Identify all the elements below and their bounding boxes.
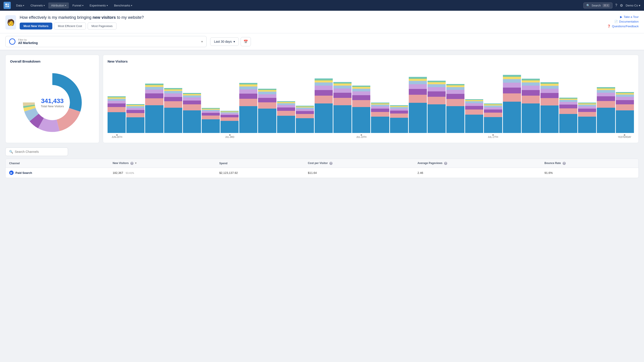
bar-group[interactable] bbox=[616, 92, 634, 133]
x-tick-cell bbox=[126, 134, 145, 138]
bar-group[interactable] bbox=[145, 84, 163, 133]
bar-group[interactable] bbox=[314, 78, 333, 133]
settings-icon[interactable]: ⚙ bbox=[620, 3, 623, 7]
tab-most-new-visitors[interactable]: Most New Visitors bbox=[20, 22, 52, 29]
nav-experiments[interactable]: Experiments ▾ bbox=[87, 2, 110, 8]
bar-stacked[interactable] bbox=[597, 87, 615, 133]
calendar-button[interactable]: 📅 bbox=[240, 37, 251, 46]
bar-group[interactable] bbox=[578, 103, 596, 133]
bar-stacked[interactable] bbox=[258, 89, 276, 133]
svg-point-12 bbox=[35, 85, 70, 120]
bar-stacked[interactable] bbox=[220, 111, 238, 133]
bar-stacked[interactable] bbox=[578, 103, 596, 133]
bar-stacked[interactable] bbox=[145, 84, 163, 133]
documentation-link[interactable]: 📄 Documentation bbox=[614, 20, 639, 23]
bounce-help-icon[interactable]: ? bbox=[562, 162, 566, 165]
bar-group[interactable] bbox=[540, 82, 558, 133]
tab-most-efficient-cost[interactable]: Most Efficient Cost bbox=[54, 22, 86, 29]
navbar: Data ▾ Channels ▾ Attribution ▾ Funnel ▾… bbox=[0, 0, 644, 11]
bar-stacked[interactable] bbox=[616, 92, 634, 133]
x-tick-cell bbox=[502, 134, 521, 138]
bar-group[interactable] bbox=[559, 97, 577, 133]
nav-channels[interactable]: Channels ▾ bbox=[28, 2, 48, 8]
logo-icon[interactable] bbox=[4, 2, 11, 9]
cost-help-icon[interactable]: ? bbox=[330, 162, 332, 165]
nav-funnel[interactable]: Funnel ▾ bbox=[70, 2, 86, 8]
bar-group[interactable] bbox=[220, 111, 238, 133]
search-bar[interactable]: 🔍 Search ⌘ K bbox=[584, 2, 613, 8]
header-content: How effectively is my marketing bringing… bbox=[20, 15, 144, 29]
bar-stacked[interactable] bbox=[314, 78, 333, 133]
search-channels-input[interactable] bbox=[15, 150, 64, 153]
bar-segment bbox=[352, 107, 370, 133]
bar-stacked[interactable] bbox=[465, 99, 483, 133]
bar-stacked[interactable] bbox=[522, 79, 540, 133]
bar-stacked[interactable] bbox=[371, 103, 389, 133]
bar-stacked[interactable] bbox=[503, 75, 521, 133]
bar-stacked[interactable] bbox=[428, 81, 446, 133]
bar-group[interactable] bbox=[334, 82, 352, 133]
bar-segment bbox=[239, 94, 258, 99]
help-icon[interactable]: ? bbox=[615, 3, 617, 7]
bar-group[interactable] bbox=[390, 105, 408, 133]
bar-group[interactable] bbox=[446, 84, 464, 133]
bar-stacked[interactable] bbox=[446, 84, 464, 133]
bar-stacked[interactable] bbox=[390, 105, 408, 133]
bar-group[interactable] bbox=[371, 103, 389, 133]
bar-group[interactable] bbox=[258, 89, 276, 133]
new-visitors-sort-icon[interactable]: ▾ bbox=[135, 162, 136, 165]
bar-stacked[interactable] bbox=[352, 86, 370, 133]
bar-segment bbox=[465, 103, 483, 106]
bar-group[interactable] bbox=[484, 103, 502, 133]
bar-stacked[interactable] bbox=[277, 101, 295, 133]
bar-segment bbox=[428, 97, 446, 104]
bar-group[interactable] bbox=[503, 75, 521, 133]
bar-stacked[interactable] bbox=[334, 82, 352, 133]
bar-stacked[interactable] bbox=[296, 106, 314, 133]
svg-rect-3 bbox=[8, 5, 9, 7]
bar-segment bbox=[446, 106, 464, 133]
questions-link[interactable]: ❓ Questions/Feedback bbox=[607, 24, 639, 28]
bar-stacked[interactable] bbox=[183, 93, 201, 133]
bar-group[interactable] bbox=[126, 104, 144, 133]
bar-group[interactable] bbox=[522, 79, 540, 133]
bar-segment bbox=[164, 93, 182, 97]
new-visitors-help-icon[interactable]: ? bbox=[130, 162, 134, 165]
bar-group[interactable] bbox=[352, 86, 370, 133]
bar-group[interactable] bbox=[108, 96, 126, 133]
bar-group[interactable] bbox=[428, 81, 446, 133]
filter-select[interactable]: Filter by All Marketing ▾ bbox=[5, 36, 206, 47]
nav-benchmarks[interactable]: Benchmarks ▾ bbox=[111, 2, 135, 8]
bar-stacked[interactable] bbox=[202, 108, 220, 133]
bar-segment bbox=[277, 105, 295, 107]
bar-group[interactable] bbox=[277, 101, 295, 133]
bar-group[interactable] bbox=[409, 77, 427, 133]
bar-stacked[interactable] bbox=[484, 103, 502, 133]
bar-group[interactable] bbox=[202, 108, 220, 133]
pageviews-help-icon[interactable]: ? bbox=[444, 162, 447, 165]
bar-segment bbox=[183, 95, 201, 97]
tab-most-pageviews[interactable]: Most Pageviews bbox=[88, 22, 116, 29]
bar-stacked[interactable] bbox=[164, 88, 182, 133]
bar-stacked[interactable] bbox=[239, 83, 258, 133]
bar-group[interactable] bbox=[164, 88, 182, 133]
bar-group[interactable] bbox=[183, 93, 201, 133]
search-channels-bar[interactable]: 🔍 bbox=[5, 147, 68, 156]
bar-stacked[interactable] bbox=[108, 96, 126, 133]
bar-stacked[interactable] bbox=[540, 82, 558, 133]
nav-attribution[interactable]: Attribution ▾ bbox=[48, 2, 69, 8]
nav-data[interactable]: Data ▾ bbox=[14, 2, 27, 8]
bar-group[interactable] bbox=[465, 99, 483, 133]
bar-stacked[interactable] bbox=[559, 97, 577, 133]
bar-group[interactable] bbox=[597, 87, 615, 133]
user-menu[interactable]: Demo Co ▾ bbox=[626, 4, 640, 7]
take-tour-link[interactable]: ▶ Take a Tour bbox=[620, 15, 639, 18]
bar-segment bbox=[578, 117, 596, 133]
bar-stacked[interactable] bbox=[126, 104, 144, 133]
bar-group[interactable] bbox=[296, 106, 314, 133]
td-new-visitors: 182,367 53.41% bbox=[109, 168, 216, 178]
bar-group[interactable] bbox=[239, 83, 258, 133]
date-dropdown[interactable]: Last 30 days ▾ bbox=[210, 37, 239, 46]
expand-row-button[interactable]: ▶ bbox=[9, 170, 14, 175]
bar-stacked[interactable] bbox=[409, 77, 427, 133]
